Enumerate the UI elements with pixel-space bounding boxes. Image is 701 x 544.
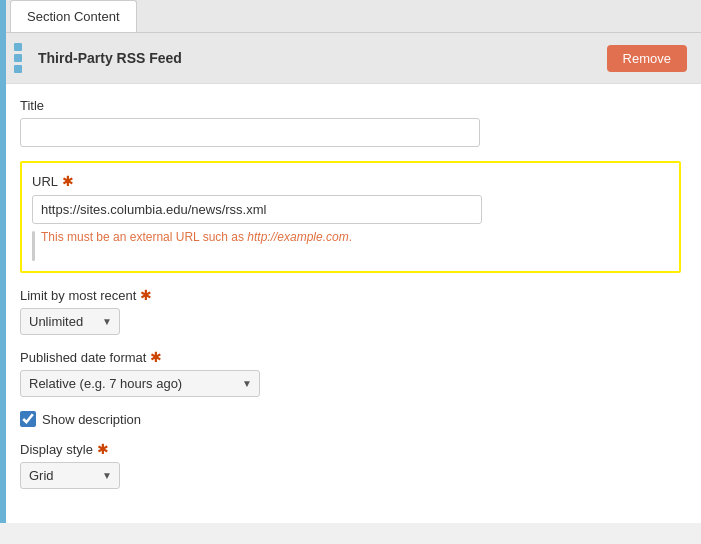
form-area: Title URL ✱ This must be an external URL… (0, 84, 701, 523)
show-description-group: Show description (20, 411, 681, 427)
date-format-required-star: ✱ (150, 349, 162, 365)
title-input[interactable] (20, 118, 480, 147)
title-label: Title (20, 98, 681, 113)
date-format-label-text: Published date format (20, 350, 146, 365)
limit-label: Limit by most recent ✱ (20, 287, 681, 303)
display-style-group: Display style ✱ Grid List ▼ (20, 441, 681, 489)
display-style-required-star: ✱ (97, 441, 109, 457)
tab-bar: Section Content (0, 0, 701, 33)
drag-handle[interactable] (14, 43, 22, 73)
date-format-select[interactable]: Relative (e.g. 7 hours ago) Short (e.g. … (20, 370, 260, 397)
date-format-select-wrapper: Relative (e.g. 7 hours ago) Short (e.g. … (20, 370, 260, 397)
drag-dot-1 (14, 43, 22, 51)
limit-select-wrapper: Unlimited 5 10 15 20 25 ▼ (20, 308, 120, 335)
display-style-select[interactable]: Grid List (20, 462, 120, 489)
hint-bar (32, 231, 35, 261)
limit-label-text: Limit by most recent (20, 288, 136, 303)
url-hint: This must be an external URL such as htt… (32, 230, 669, 261)
hint-text-example: http://example.com (247, 230, 348, 244)
section-header: Third-Party RSS Feed Remove (0, 33, 701, 84)
section-header-left: Third-Party RSS Feed (14, 43, 182, 73)
limit-required-star: ✱ (140, 287, 152, 303)
date-format-label: Published date format ✱ (20, 349, 681, 365)
main-content: Third-Party RSS Feed Remove Title URL ✱ (0, 33, 701, 523)
hint-text: This must be an external URL such as htt… (41, 230, 352, 244)
url-label-text: URL (32, 174, 58, 189)
url-input[interactable] (32, 195, 482, 224)
limit-select[interactable]: Unlimited 5 10 15 20 25 (20, 308, 120, 335)
left-accent-bar (0, 0, 6, 523)
remove-button[interactable]: Remove (607, 45, 687, 72)
url-required-star: ✱ (62, 173, 74, 189)
drag-dot-3 (14, 65, 22, 73)
show-description-label[interactable]: Show description (42, 412, 141, 427)
date-format-group: Published date format ✱ Relative (e.g. 7… (20, 349, 681, 397)
hint-text-main: This must be an external URL such as (41, 230, 244, 244)
url-group: URL ✱ This must be an external URL such … (20, 161, 681, 273)
tab-section-content[interactable]: Section Content (10, 0, 137, 32)
hint-text-suffix: . (349, 230, 352, 244)
display-style-label-text: Display style (20, 442, 93, 457)
url-label: URL ✱ (32, 173, 669, 189)
limit-group: Limit by most recent ✱ Unlimited 5 10 15… (20, 287, 681, 335)
section-title: Third-Party RSS Feed (38, 50, 182, 66)
title-group: Title (20, 98, 681, 147)
display-style-label: Display style ✱ (20, 441, 681, 457)
show-description-checkbox[interactable] (20, 411, 36, 427)
drag-dot-2 (14, 54, 22, 62)
title-label-text: Title (20, 98, 44, 113)
display-style-select-wrapper: Grid List ▼ (20, 462, 120, 489)
